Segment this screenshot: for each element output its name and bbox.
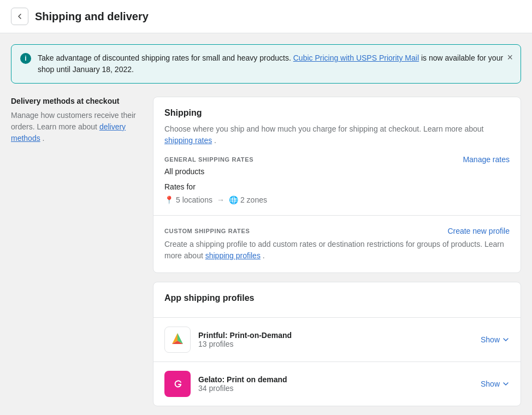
shipping-header-section: Shipping Choose where you ship and how m… bbox=[153, 97, 521, 216]
page-content: i Take advantage of discounted shipping … bbox=[0, 33, 532, 415]
left-panel-desc: Manage how customers receive their order… bbox=[11, 110, 142, 144]
gelato-show-button[interactable]: Show bbox=[481, 380, 510, 388]
chevron-down-icon bbox=[502, 380, 510, 388]
printful-item: Printful: Print-on-Demand 13 profiles Sh… bbox=[153, 318, 521, 362]
main-layout: Delivery methods at checkout Manage how … bbox=[11, 97, 521, 415]
custom-section-desc: Create a shipping profile to add custom … bbox=[164, 239, 510, 262]
gelato-icon bbox=[164, 371, 191, 397]
locations-count: 5 locations bbox=[176, 195, 212, 204]
back-arrow-icon bbox=[15, 12, 24, 21]
manage-rates-link[interactable]: Manage rates bbox=[463, 155, 510, 164]
alert-banner: i Take advantage of discounted shipping … bbox=[11, 44, 521, 84]
printful-name: Printful: Print-on-Demand bbox=[198, 331, 473, 340]
back-button[interactable] bbox=[11, 8, 28, 25]
custom-rates-header: CUSTOM SHIPPING RATES Create new profile bbox=[164, 227, 510, 235]
custom-rates-label: CUSTOM SHIPPING RATES bbox=[164, 228, 250, 234]
general-rates-label: GENERAL SHIPPING RATES bbox=[164, 156, 253, 163]
zones-item: 🌐 2 zones bbox=[229, 195, 267, 204]
general-rates-header: GENERAL SHIPPING RATES Manage rates bbox=[164, 155, 510, 164]
gelato-name: Gelato: Print on demand bbox=[198, 375, 473, 384]
arrow-right-icon: → bbox=[217, 195, 224, 204]
gelato-item: Gelato: Print on demand 34 profiles Show bbox=[153, 362, 521, 406]
shipping-desc: Choose where you ship and how much you c… bbox=[164, 123, 510, 146]
right-panel: Shipping Choose where you ship and how m… bbox=[153, 97, 521, 415]
globe-icon: 🌐 bbox=[229, 195, 238, 204]
app-profiles-card: App shipping profiles bbox=[153, 282, 521, 406]
gelato-info: Gelato: Print on demand 34 profiles bbox=[198, 375, 473, 393]
page-header: Shipping and delivery bbox=[0, 0, 532, 33]
create-new-profile-link[interactable]: Create new profile bbox=[447, 227, 510, 235]
page-container: Shipping and delivery i Take advantage o… bbox=[0, 0, 532, 415]
page-title: Shipping and delivery bbox=[35, 10, 149, 23]
shipping-rates-link[interactable]: shipping rates bbox=[164, 136, 212, 145]
printful-logo bbox=[167, 329, 188, 351]
info-icon: i bbox=[20, 53, 31, 64]
custom-rates-section: CUSTOM SHIPPING RATES Create new profile… bbox=[153, 216, 521, 272]
zones-count: 2 zones bbox=[240, 195, 267, 204]
chevron-down-icon bbox=[502, 336, 510, 343]
locations-item: 📍 5 locations bbox=[164, 195, 212, 204]
left-panel-title: Delivery methods at checkout bbox=[11, 97, 142, 105]
shipping-title: Shipping bbox=[164, 108, 510, 118]
gelato-count: 34 profiles bbox=[198, 384, 473, 393]
alert-text: Take advantage of discounted shipping ra… bbox=[38, 52, 512, 75]
cubic-pricing-link[interactable]: Cubic Pricing with USPS Priority Mail bbox=[293, 54, 419, 62]
rates-row: 📍 5 locations → 🌐 2 zones bbox=[164, 195, 510, 204]
location-pin-icon: 📍 bbox=[164, 195, 174, 204]
rates-for-label: Rates for bbox=[164, 182, 510, 191]
alert-close-button[interactable]: × bbox=[507, 52, 513, 62]
printful-show-button[interactable]: Show bbox=[481, 335, 510, 344]
printful-icon bbox=[164, 327, 191, 353]
app-profiles-title-section: App shipping profiles bbox=[153, 282, 521, 318]
printful-count: 13 profiles bbox=[198, 340, 473, 348]
printful-info: Printful: Print-on-Demand 13 profiles bbox=[198, 331, 473, 348]
shipping-card: Shipping Choose where you ship and how m… bbox=[153, 97, 521, 273]
shipping-profiles-link[interactable]: shipping profiles bbox=[205, 251, 261, 260]
gelato-logo bbox=[169, 375, 186, 393]
svg-rect-3 bbox=[169, 375, 186, 393]
all-products-text: All products bbox=[164, 167, 510, 176]
left-panel: Delivery methods at checkout Manage how … bbox=[11, 97, 142, 415]
app-profiles-title: App shipping profiles bbox=[164, 293, 510, 303]
